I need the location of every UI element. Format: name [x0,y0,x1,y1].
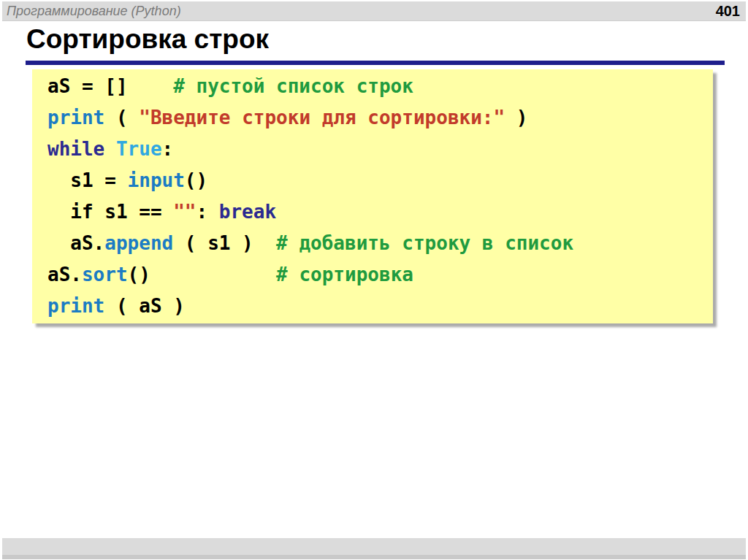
code-token: aS = [] [47,75,173,97]
code-token: ( s1 ) [173,232,276,254]
code-token: aS. [47,264,82,285]
code-token: break [219,201,276,223]
code-token: "" [173,201,196,223]
header-bar: Программирование (Python) 401 [2,1,746,21]
code-token: if s1 == [47,201,173,223]
code-line: s1 = input() [47,165,713,196]
code-token: ( aS ) [104,295,185,317]
footer-bar-edge [2,555,746,559]
code-token: print [47,295,104,317]
code-line: print ( aS ) [47,291,713,322]
code-line: aS.sort() # сортировка [47,259,713,291]
page-number: 401 [716,3,746,20]
code-token: sort [82,264,128,285]
footer-bar [2,538,746,555]
code-block: aS = [] # пустой список строкprint ( "Вв… [32,69,713,323]
code-token: ( [104,107,139,129]
slide-title: Сортировка строк [26,24,269,55]
code-token: : [196,201,219,223]
code-token: aS. [47,232,104,254]
code-token: # пустой список строк [173,75,413,97]
code-token: () [128,264,277,285]
code-token: print [47,107,104,129]
code-token: True [116,138,162,160]
code-token: append [104,232,173,254]
code-line: while True: [47,134,713,165]
code-token: "Введите строки для сортировки:" [139,107,505,129]
code-line: aS = [] # пустой список строк [47,71,713,102]
code-token: while [47,138,104,160]
code-line: print ( "Введите строки для сортировки:"… [47,102,713,134]
code-token: : [162,138,174,160]
code-token: () [185,169,207,191]
code-token: # сортировка [276,264,413,285]
code-token [104,138,116,160]
code-token: ) [505,107,527,129]
presentation-slide: Программирование (Python) 401 Сортировка… [0,0,748,560]
course-label: Программирование (Python) [2,4,181,19]
code-token: s1 = [47,169,128,191]
title-underline [26,61,725,65]
code-token: # добавить строку в список [276,232,573,254]
code-token: input [128,169,185,191]
code-line: aS.append ( s1 ) # добавить строку в спи… [47,228,713,259]
code-line: if s1 == "": break [47,196,713,228]
